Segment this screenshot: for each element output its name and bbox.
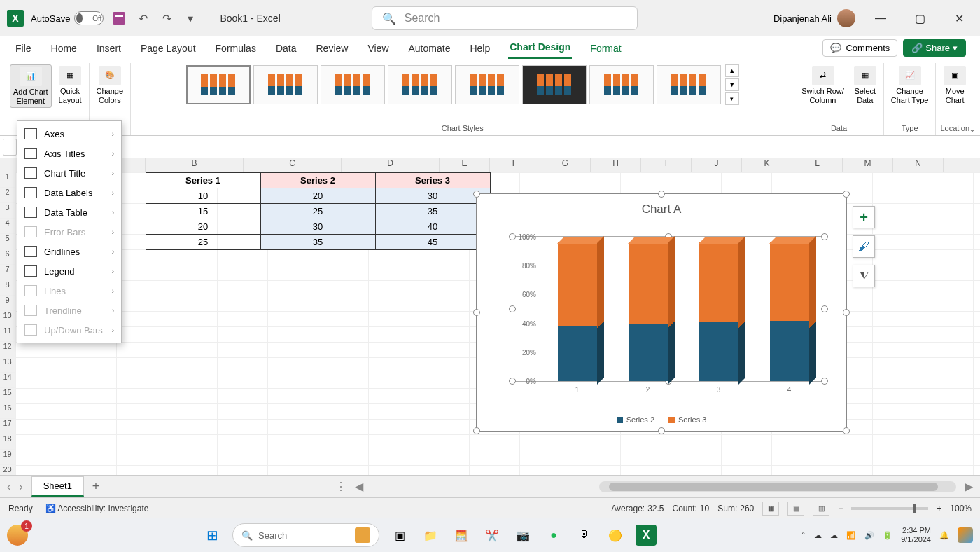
- chart-style-6[interactable]: [522, 65, 587, 104]
- menu-axes[interactable]: Axes›: [18, 124, 121, 144]
- row-3[interactable]: 3: [0, 203, 15, 219]
- worksheet-grid[interactable]: B C D E F G H I J K L M N 1 2 3 4 5 6 7 …: [0, 158, 980, 475]
- handle-se[interactable]: [843, 427, 850, 434]
- chart-styles-button[interactable]: 🖌: [853, 235, 875, 258]
- col-d[interactable]: D: [342, 158, 440, 172]
- select-data-button[interactable]: ▦ Select Data: [851, 64, 879, 106]
- header-series1[interactable]: Series 1: [146, 173, 260, 188]
- tray-onedrive-icon[interactable]: ☁: [814, 531, 822, 540]
- col-e[interactable]: E: [440, 158, 490, 172]
- handle-sw[interactable]: [473, 427, 480, 434]
- y-axis[interactable]: 100% 80% 60% 40% 20% 0%: [512, 237, 539, 381]
- taskbar-search[interactable]: 🔍Search: [232, 523, 379, 547]
- chart-style-8[interactable]: [657, 65, 721, 104]
- bar-2[interactable]: 2: [629, 242, 668, 381]
- cell-d5[interactable]: 45: [375, 235, 490, 250]
- close-button[interactable]: ✕: [945, 8, 973, 29]
- tab-help[interactable]: Help: [468, 39, 491, 58]
- camera-button[interactable]: 📷: [512, 525, 533, 546]
- chart-style-7[interactable]: [589, 65, 654, 104]
- tray-battery-icon[interactable]: 🔋: [883, 531, 892, 540]
- cells-area[interactable]: Series 1 Series 2 Series 3 102030 152535…: [15, 172, 980, 481]
- row-15[interactable]: 15: [0, 388, 15, 403]
- cell-d4[interactable]: 40: [375, 219, 490, 235]
- tab-home[interactable]: Home: [50, 39, 78, 58]
- chart-style-4[interactable]: [388, 65, 452, 104]
- view-page-layout-button[interactable]: ▤: [788, 502, 804, 516]
- sheet-next-button[interactable]: ›: [19, 481, 22, 493]
- tray-volume-icon[interactable]: 🔊: [864, 531, 874, 540]
- cell-b2[interactable]: 10: [146, 188, 260, 204]
- tab-review[interactable]: Review: [315, 39, 350, 58]
- row-10[interactable]: 10: [0, 311, 15, 326]
- chart-object[interactable]: Chart A 100% 80% 6: [476, 193, 847, 432]
- taskbar-app-1[interactable]: [7, 525, 28, 546]
- col-f[interactable]: F: [490, 158, 540, 172]
- header-series3[interactable]: Series 3: [375, 173, 490, 188]
- row-9[interactable]: 9: [0, 296, 15, 311]
- cell-b5[interactable]: 25: [146, 235, 260, 250]
- cell-c2[interactable]: 20: [260, 188, 375, 204]
- calculator-button[interactable]: 🧮: [451, 525, 472, 546]
- handle-e[interactable]: [843, 309, 850, 316]
- file-explorer-button[interactable]: 📁: [420, 525, 441, 546]
- row-17[interactable]: 17: [0, 419, 15, 434]
- zoom-out-button[interactable]: −: [838, 504, 843, 513]
- change-chart-type-button[interactable]: 📈 Change Chart Type: [888, 64, 932, 106]
- col-n[interactable]: N: [893, 158, 944, 172]
- chart-style-5[interactable]: [455, 65, 519, 104]
- tab-page-layout[interactable]: Page Layout: [139, 39, 197, 58]
- row-13[interactable]: 13: [0, 357, 15, 373]
- hscroll-right-button[interactable]: ▶: [965, 480, 973, 493]
- row-18[interactable]: 18: [0, 434, 15, 450]
- chart-filter-button[interactable]: ⧨: [853, 265, 875, 287]
- hscroll-left-button[interactable]: ◀: [355, 480, 363, 493]
- tab-formulas[interactable]: Formulas: [214, 39, 258, 58]
- spotify-button[interactable]: ●: [543, 525, 564, 546]
- row-7[interactable]: 7: [0, 265, 15, 280]
- tab-file[interactable]: File: [14, 39, 33, 58]
- voice-recorder-button[interactable]: 🎙: [574, 525, 595, 546]
- sheet-tab-sheet1[interactable]: Sheet1: [31, 476, 84, 497]
- col-h[interactable]: H: [591, 158, 641, 172]
- select-all-corner[interactable]: [0, 158, 15, 172]
- comments-button[interactable]: 💬 Comments: [822, 39, 897, 57]
- tab-insert[interactable]: Insert: [95, 39, 122, 58]
- tray-wifi-icon[interactable]: 📶: [846, 531, 856, 540]
- redo-button[interactable]: ↷: [158, 10, 175, 27]
- horizontal-scrollbar[interactable]: [599, 481, 956, 492]
- ribbon-collapse-button[interactable]: ⌄: [969, 124, 976, 134]
- autosave-toggle[interactable]: AutoSave Off: [31, 11, 104, 25]
- chart-elements-button[interactable]: +: [853, 206, 875, 228]
- row-14[interactable]: 14: [0, 373, 15, 388]
- chart-style-1[interactable]: [186, 65, 251, 104]
- row-8[interactable]: 8: [0, 280, 15, 296]
- handle-s[interactable]: [658, 427, 665, 434]
- gallery-down-button[interactable]: ▼: [725, 78, 739, 91]
- menu-legend[interactable]: Legend›: [18, 261, 121, 281]
- bar-4[interactable]: 4: [770, 242, 809, 381]
- row-6[interactable]: 6: [0, 249, 15, 265]
- zoom-level[interactable]: 100%: [950, 504, 972, 513]
- chrome-button[interactable]: 🟡: [605, 525, 626, 546]
- col-j[interactable]: J: [692, 158, 742, 172]
- undo-button[interactable]: ↶: [134, 10, 151, 27]
- tray-chevron-icon[interactable]: ˄: [802, 531, 806, 540]
- snipping-tool-button[interactable]: ✂️: [482, 525, 503, 546]
- col-c[interactable]: C: [244, 158, 342, 172]
- cell-c3[interactable]: 25: [260, 204, 375, 219]
- cell-c5[interactable]: 35: [260, 235, 375, 250]
- sheet-prev-button[interactable]: ‹: [7, 481, 10, 493]
- maximize-button[interactable]: ▢: [906, 8, 934, 29]
- chart-style-3[interactable]: [321, 65, 385, 104]
- change-colors-button[interactable]: 🎨 Change Colors: [94, 64, 127, 106]
- share-button[interactable]: 🔗 Share ▾: [903, 39, 966, 57]
- plot-area[interactable]: 100% 80% 60% 40% 20% 0% 1 2 3 4: [512, 236, 825, 382]
- handle-n[interactable]: [658, 191, 665, 198]
- col-k[interactable]: K: [742, 158, 792, 172]
- row-5[interactable]: 5: [0, 234, 15, 249]
- tab-data[interactable]: Data: [274, 39, 298, 58]
- tab-chart-design[interactable]: Chart Design: [508, 37, 572, 59]
- menu-axis-titles[interactable]: Axis Titles›: [18, 144, 121, 163]
- row-12[interactable]: 12: [0, 342, 15, 357]
